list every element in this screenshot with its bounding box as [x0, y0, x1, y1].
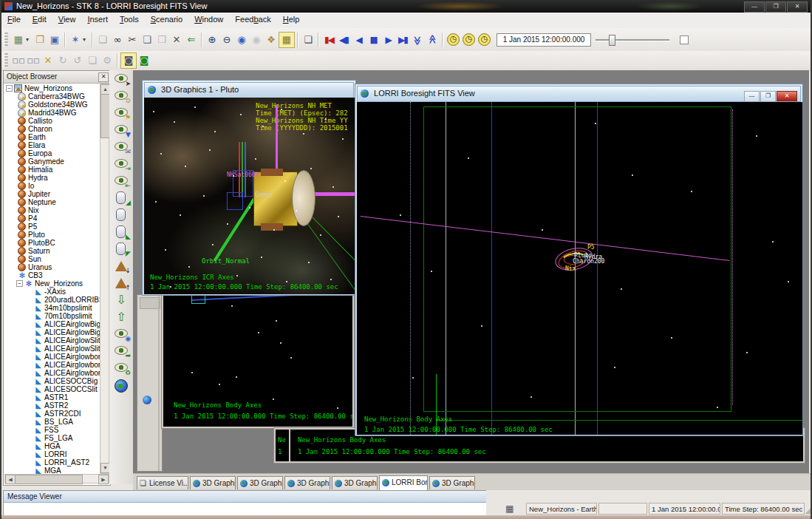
lorri-window[interactable]: LORRI Boresight FITS View —❐✕ P5PlutoHyd…: [355, 84, 803, 436]
hscroll-thumb[interactable]: [15, 475, 83, 484]
current-time-icon[interactable]: ◷: [463, 33, 475, 46]
reset-time-icon[interactable]: ◷: [478, 33, 491, 46]
tree-item-europa[interactable]: Europa: [4, 149, 100, 157]
window-tool-icon[interactable]: ❏: [85, 53, 100, 68]
tree-item-fs-lga[interactable]: ◣FS_LGA: [4, 433, 100, 441]
mouse-zoom-icon[interactable]: ◢: [112, 190, 131, 206]
tree-item-astr2cdi[interactable]: ◣ASTR2CDI: [4, 409, 100, 417]
elevation-down-icon[interactable]: ↓: [112, 258, 131, 274]
tree-item-34m10bpslimit[interactable]: ◣34m10bpslimit: [4, 303, 100, 311]
anim-step-back-icon[interactable]: ◀▮: [336, 33, 351, 47]
anim-step-forward-icon[interactable]: ▶▮: [395, 33, 410, 47]
tree-item-pluto[interactable]: Pluto: [4, 230, 100, 238]
tree-item-astr1[interactable]: ◣ASTR1: [4, 393, 100, 401]
tree-item-astr2[interactable]: ◣ASTR2: [4, 401, 100, 409]
resize-grip[interactable]: ◢: [805, 506, 811, 515]
object-browser-close-icon[interactable]: ✕: [98, 72, 109, 82]
zoom-in-icon[interactable]: ⊕: [205, 33, 219, 47]
view-tab-3d-graphic-[interactable]: 3D Graphic...: [429, 476, 475, 489]
bg-3d-viewport[interactable]: New_Horizons Body Axes 1 Jan 2015 12:00:…: [163, 289, 352, 427]
menu-help[interactable]: Help: [277, 13, 306, 24]
tree-item-elara[interactable]: Elara: [4, 140, 100, 149]
tree-item-bs-lga[interactable]: ◣BS_LGA: [4, 417, 100, 425]
app-titlebar[interactable]: New_Horizons - STK 8 - LORRI Boresight F…: [1, 0, 812, 13]
tree-item-mga[interactable]: ◣MGA: [4, 466, 100, 474]
anim-slower-icon[interactable]: ≫: [410, 33, 425, 47]
view-export-icon[interactable]: ➡: [112, 343, 131, 359]
view-direction-icon[interactable]: ▼: [112, 122, 131, 138]
view-to-object-icon[interactable]: ⇥: [112, 156, 131, 172]
pluto-3d-window[interactable]: 3D Graphics 1 - Pluto New_Horizons NH ME…: [142, 80, 356, 296]
bg-3d-window[interactable]: New_Horizons Body Axes 1 Jan 2015 12:00:…: [161, 287, 355, 429]
tree-item-neptune[interactable]: Neptune: [4, 197, 100, 206]
tree-expander-icon[interactable]: −: [16, 280, 23, 287]
scroll-left-icon[interactable]: ◀: [5, 475, 16, 484]
vector-link2-icon[interactable]: ▫▫: [26, 53, 41, 68]
tree-item-p5[interactable]: P5: [4, 222, 100, 230]
report-icon[interactable]: ❏: [301, 33, 315, 47]
globe-3d-icon[interactable]: [112, 377, 131, 393]
object-browser-header[interactable]: Object Browser ✕: [4, 71, 110, 84]
view-center-icon[interactable]: ✩: [112, 88, 131, 104]
camera-record-icon[interactable]: ◙: [137, 53, 151, 68]
tree-item-70m10bpslimit[interactable]: ◣70m10bpslimit: [4, 311, 100, 319]
view-tab-3d-graphic-[interactable]: 3D Graphic...: [190, 476, 236, 489]
animation-speed-slider[interactable]: [596, 33, 669, 47]
view-sync-globe-icon[interactable]: ♻: [112, 360, 131, 376]
lorri-restore-button[interactable]: ❐: [760, 91, 776, 102]
gear-icon[interactable]: ⚙: [100, 53, 115, 68]
globe-view-icon[interactable]: ◉: [234, 33, 249, 47]
set-animation-time-icon[interactable]: ◷: [447, 33, 460, 46]
new-scenario-icon-dropdown[interactable]: ▾: [26, 36, 33, 43]
tree-item-saturn[interactable]: Saturn: [4, 246, 100, 254]
save-icon[interactable]: ▣: [47, 33, 62, 47]
scroll-right-icon[interactable]: ▶: [98, 475, 109, 484]
pluto-3d-viewport[interactable]: New_Horizons NH METTime (MET) (Epsec): 2…: [144, 98, 355, 294]
tree-item-ganymede[interactable]: Ganymede: [4, 157, 100, 165]
view-tab-3d-graphic-[interactable]: 3D Graphic...: [332, 476, 378, 489]
background-window-titlebar[interactable]: [140, 297, 160, 309]
zoom-out-icon[interactable]: ⊖: [219, 33, 234, 47]
tree-expander-icon[interactable]: −: [6, 85, 13, 92]
tree-item-aliceairglowslit1[interactable]: ◣ALICEAirglowSlit1: [4, 344, 100, 352]
tree-item-alicesoccbig[interactable]: ◣ALICESOCCBig: [4, 376, 100, 384]
view-copy-icon[interactable]: ✉: [112, 139, 131, 155]
tree-item-sun[interactable]: Sun: [4, 254, 100, 262]
tree-vscrollbar[interactable]: ▲ ▼: [100, 84, 109, 474]
tree-item-plutobc[interactable]: PlutoBC: [4, 238, 100, 246]
tree-item-cb3[interactable]: ✻CB3: [4, 271, 100, 279]
tree-item-alicesoccslit[interactable]: ◣ALICESOCCSlit: [4, 384, 100, 393]
toolbar-checkbox[interactable]: [680, 35, 689, 44]
tree-hscrollbar[interactable]: ◀ ▶: [4, 474, 109, 484]
view-tab-3d-graphic-[interactable]: 3D Graphic...: [237, 476, 283, 489]
toolbar-grip[interactable]: [4, 53, 8, 68]
anim-play-back-icon[interactable]: ◀: [351, 33, 366, 47]
menu-window[interactable]: Window: [188, 13, 229, 24]
background-window-frame[interactable]: [137, 294, 163, 472]
tree-item-nix[interactable]: Nix: [4, 206, 100, 214]
tree-item-aliceairglowboresi[interactable]: ◣ALICEAirglowboresi: [4, 352, 100, 360]
view-earth-icon[interactable]: ◉: [112, 326, 131, 342]
tree-item-earth[interactable]: Earth: [4, 132, 100, 140]
tree-item-new-horizons[interactable]: −New_Horizons: [4, 84, 100, 92]
increase-step-icon[interactable]: ⇧: [112, 309, 131, 325]
pan-hand-icon[interactable]: ❖: [264, 33, 279, 47]
elevation-up-icon[interactable]: ↑: [112, 275, 131, 291]
analysis-tools-icon[interactable]: ✕: [41, 53, 55, 68]
menu-file[interactable]: File: [1, 13, 27, 24]
pluto-window-titlebar[interactable]: 3D Graphics 1 - Pluto: [144, 82, 354, 98]
message-viewer-header[interactable]: Message Viewer: [4, 491, 487, 503]
decrease-step-icon[interactable]: ⇩: [112, 292, 131, 308]
tree-item-hga[interactable]: ◣HGA: [4, 441, 100, 450]
tree-item-io[interactable]: Io: [4, 181, 100, 189]
app-minimize-button[interactable]: —: [744, 1, 765, 13]
tree-item-p4[interactable]: P4: [4, 214, 100, 222]
view-tab-license-vi-[interactable]: ❏License Vi...: [137, 476, 188, 489]
anim-play-icon[interactable]: ▶: [381, 33, 395, 47]
lorri-close-button[interactable]: ✕: [777, 91, 797, 102]
app-close-button[interactable]: ✕: [787, 1, 808, 13]
tree-item-aliceairglowslit[interactable]: ◣ALICEAirglowSlit: [4, 336, 100, 344]
swap-objects-icon[interactable]: ⇐: [184, 33, 199, 47]
open-scenario-icon[interactable]: ❐: [33, 33, 47, 47]
menu-tools[interactable]: Tools: [114, 13, 145, 24]
